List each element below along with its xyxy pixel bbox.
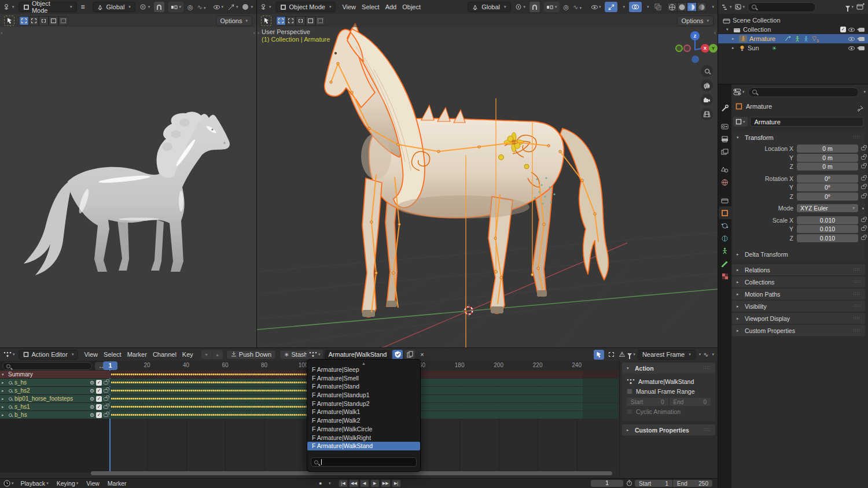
scroll-up-arrow[interactable]: ▲ [362,361,366,365]
keyframes-b_hs[interactable] [111,412,310,417]
outliner-row-collection[interactable]: ▾ Collection ✓ [718,25,868,34]
transform-value-field[interactable]: 0° [797,193,858,201]
lock-icon[interactable] [861,236,866,240]
disclosure-triangle-icon[interactable]: ▸ [2,380,6,385]
select-subtract-button[interactable] [39,16,49,25]
channel-enable-checkbox[interactable]: ✓ [96,380,102,386]
shading-rendered-button[interactable] [697,2,707,12]
current-frame-field[interactable]: 1 [591,480,623,487]
panel-grip[interactable]: ∷∷ [854,267,860,272]
select-invert-button[interactable] [306,16,315,25]
viewport-right[interactable]: ▾ Object Mode▾ ViewSelectAddObject Globa… [257,0,718,347]
axis-neg-y-ball[interactable] [675,45,683,52]
frame-start-field[interactable]: Start0 [627,398,668,406]
keyframes-s_hs2[interactable] [111,388,310,393]
properties-tab-object-data[interactable] [719,245,731,257]
panel-grip[interactable]: ∷∷ [854,135,860,140]
channel-enable-checkbox[interactable]: ✓ [96,412,102,418]
action-dropdown-item[interactable]: F Armature|WalkStand [307,442,420,450]
zoom-icon[interactable] [701,65,713,77]
start-frame-field[interactable]: Start1 [635,480,672,487]
pin-icon[interactable] [8,397,13,401]
perspective-toggle-icon[interactable] [701,108,713,120]
modifier-wrench-icon[interactable]: ⚙ [90,404,94,410]
keyframes-bip01_horse_footsteps[interactable] [111,396,310,401]
modifier-wrench-icon[interactable]: ⚙ [90,396,94,402]
channel-lock-icon[interactable] [104,397,108,401]
menu-add[interactable]: Add [383,3,399,10]
gray-horse-model[interactable] [14,88,249,284]
outliner-row-scene-collection[interactable]: Scene Collection [718,16,868,25]
modifier-wrench-icon[interactable]: ⚙ [90,380,94,386]
action-name-field[interactable]: Armature|WalkStand [325,350,391,360]
section-collections[interactable]: ▸Collections∷∷ [732,276,865,287]
outliner[interactable]: ▾ ▾ ▾ Scene Collection ▾ Collection ✓ ▸ … [718,0,868,84]
channel-row-summary[interactable]: ▾Summary [0,371,110,378]
lock-icon[interactable] [861,177,866,180]
proportional-edit-icon[interactable]: ◎ [564,3,569,11]
transform-value-field[interactable]: 0° [797,175,858,183]
transport-prev-frame[interactable]: ◀ [360,479,369,487]
pivot-point-icon[interactable]: ▾ [139,3,150,11]
channel-lock-icon[interactable] [104,389,108,393]
menu-view[interactable]: View [84,480,102,487]
menu-select[interactable]: Select [101,351,124,358]
menu-marker[interactable]: Marker [105,480,129,487]
channel-lock-icon[interactable] [104,381,108,385]
menu-marker[interactable]: Marker [125,351,149,358]
delta-transform-subpanel[interactable]: ▸Delta Transform [737,251,788,258]
action-dropdown-item[interactable]: F Armature|Standup1 [307,391,420,400]
disable-render-icon[interactable] [859,46,865,50]
modifier-wrench-icon[interactable]: ⚙ [90,388,94,394]
disable-render-icon[interactable] [859,37,865,41]
shading-solid-button[interactable] [677,2,687,12]
select-intersect-button[interactable] [58,16,68,25]
lock-icon[interactable] [861,186,866,189]
mode-select[interactable]: Object Mode▾ [275,2,336,12]
properties-tab-collection[interactable] [719,194,731,206]
editor-type-icon[interactable]: ▾ [722,4,732,10]
channel-search-input[interactable] [2,362,92,370]
properties-filter-icon[interactable]: ▾ [733,88,745,95]
transform-value-field[interactable]: 0 m [797,145,858,153]
select-invert-button[interactable] [49,16,58,25]
menu-key[interactable]: Key [180,351,196,358]
axis-neg-x-ball[interactable] [683,45,691,52]
custom-properties-panel-header[interactable]: ▸Custom Properties∷∷ [622,424,715,435]
proportional-caret[interactable]: ▾ [699,352,701,357]
transform-value-field[interactable]: 0.010 [797,225,858,233]
end-frame-field[interactable]: End250 [673,480,712,487]
hide-viewport-icon[interactable] [848,37,855,41]
shading-wireframe-button[interactable] [667,2,677,12]
move-down-button[interactable]: ▼ [201,350,212,359]
channel-enable-checkbox[interactable]: ✓ [96,404,102,410]
action-dropdown-item[interactable]: F Armature|Smell [307,374,420,383]
action-dropdown-item[interactable]: F Armature|Walk1 [307,408,420,416]
shading-material-button[interactable] [687,2,697,12]
options-button[interactable]: Options▾ [216,16,252,26]
browse-action-icon[interactable]: ▾ [307,350,323,360]
unlink-action-icon[interactable]: × [417,350,427,360]
section-relations[interactable]: ▸Relations∷∷ [732,264,865,275]
properties-tab-world[interactable] [719,176,731,188]
transport-next-keyframe[interactable]: ▶▶ [381,479,391,487]
action-dropdown-item[interactable]: F Armature|WalkRight [307,434,420,442]
menu-select[interactable]: Select [359,3,382,10]
hide-viewport-icon[interactable] [848,46,855,50]
properties-tab-output[interactable] [719,132,731,145]
dropdown-search-input[interactable] [311,457,417,467]
hide-viewport-icon[interactable] [848,28,855,32]
disclosure-triangle-icon[interactable]: ▾ [726,27,731,32]
toolbar-expand-arrow[interactable]: › [1,30,2,36]
outliner-search-input[interactable] [748,2,816,12]
section-custom-properties[interactable]: ▸Custom Properties∷∷ [732,325,865,336]
transport-play[interactable]: ▶ [370,479,380,487]
gizmo-toggle-icon[interactable] [605,2,617,12]
select-box-new-button[interactable] [276,16,286,25]
axis-neg-z-ball[interactable] [692,56,699,63]
snap-magnet-icon[interactable] [154,2,164,12]
pin-icon[interactable] [8,380,13,385]
snap-mode-select[interactable]: Nearest Frame▾ [638,350,696,360]
lock-icon[interactable] [861,156,866,160]
keying-set-caret[interactable]: ▾ [329,481,331,486]
